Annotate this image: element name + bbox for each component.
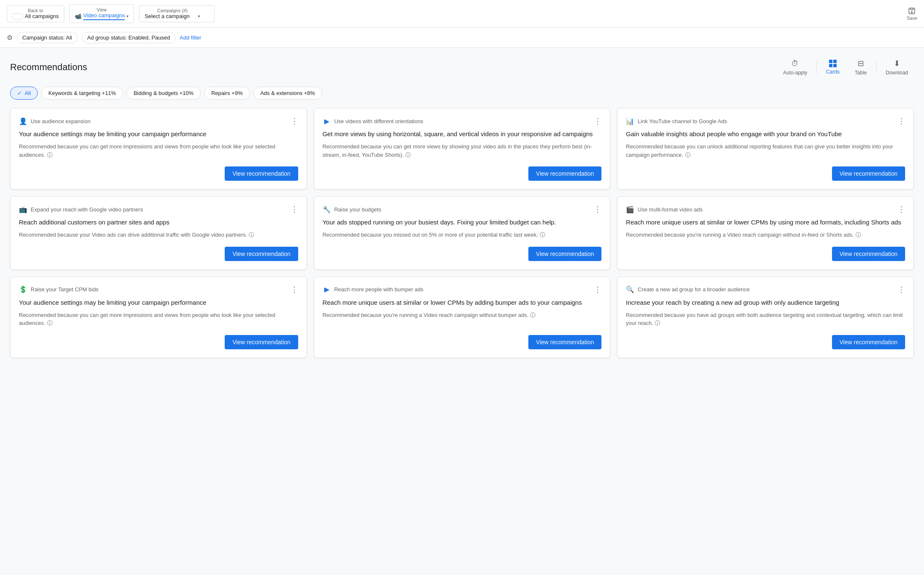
save-button[interactable]: Save [907, 7, 917, 21]
view-video-campaigns-btn[interactable]: View 📹 Video campaigns ▾ [69, 4, 134, 23]
filter-tabs: ✓ All Keywords & targeting +11% Bidding … [10, 87, 914, 100]
recommendations-title: Recommendations [10, 62, 87, 73]
view-recommendation-button[interactable]: View recommendation [832, 166, 905, 181]
table-view-button[interactable]: ⊟ Table [849, 56, 873, 78]
card-youtube-link: 📊 Link YouTube channel to Google Ads ⋮ G… [617, 108, 914, 190]
card-menu-button[interactable]: ⋮ [594, 206, 601, 213]
card-action: View recommendation [323, 335, 602, 349]
info-icon: ⓘ [47, 152, 52, 158]
tab-ads[interactable]: Ads & extensions +8% [253, 87, 322, 100]
view-recommendation-button[interactable]: View recommendation [528, 166, 601, 181]
view-label: View [75, 7, 129, 12]
card-desc: Recommended because you can get more vie… [323, 142, 602, 159]
back-to-all-campaigns-btn[interactable]: Back to All campaigns [7, 5, 64, 22]
budget-icon: 🔧 [323, 205, 331, 214]
card-header: 📊 Link YouTube channel to Google Ads ⋮ [626, 117, 905, 125]
info-icon: ⓘ [856, 232, 861, 238]
add-filter-button[interactable]: Add filter [180, 34, 201, 41]
view-main-label: Video campaigns [83, 12, 125, 20]
card-menu-button[interactable]: ⋮ [898, 286, 905, 293]
ad-group-status-filter[interactable]: Ad group status: Enabled, Paused [82, 32, 176, 43]
info-icon: ⓘ [405, 152, 411, 158]
cards-view-button[interactable]: Cards [820, 57, 845, 77]
card-action: View recommendation [19, 247, 298, 261]
card-action: View recommendation [626, 335, 905, 349]
campaigns-chevron-icon: ▾ [198, 14, 200, 18]
card-menu-button[interactable]: ⋮ [898, 117, 905, 125]
campaign-status-filter[interactable]: Campaign status: All [17, 32, 78, 43]
info-icon: ⓘ [47, 320, 52, 326]
tab-bidding-label: Bidding & budgets +10% [134, 90, 194, 96]
video-orient-icon: ▶ [323, 117, 331, 125]
tab-keywords[interactable]: Keywords & targeting +11% [41, 87, 123, 100]
card-bumper-ads: ▶ Reach more people with bumper ads ⋮ Re… [314, 277, 611, 358]
filter-icon[interactable]: ⚙ [7, 34, 13, 42]
select-campaign-btn[interactable]: Campaigns (#) Select a campaign ▾ [139, 5, 215, 22]
card-action: View recommendation [19, 335, 298, 349]
tab-all[interactable]: ✓ All [10, 87, 38, 100]
rec-tools: ⏱ Auto-apply Cards ⊟ Table ⬇ Downl [777, 56, 914, 78]
card-title: Your audience settings may be limiting y… [19, 298, 298, 307]
view-recommendation-button[interactable]: View recommendation [832, 335, 905, 349]
cards-grid: 👤 Use audience expansion ⋮ Your audience… [10, 108, 914, 358]
multiformat-icon: 🎬 [626, 205, 634, 214]
info-icon: ⓘ [249, 232, 254, 238]
top-nav: Back to All campaigns View 📹 Video campa… [0, 0, 924, 28]
card-target-cpm: 💲 Raise your Target CPM bids ⋮ Your audi… [10, 277, 307, 358]
card-menu-button[interactable]: ⋮ [898, 206, 905, 213]
card-desc: Recommended because you missed out on 5%… [323, 231, 602, 239]
info-icon: ⓘ [530, 312, 536, 318]
tab-bidding[interactable]: Bidding & budgets +10% [126, 87, 201, 100]
view-recommendation-button[interactable]: View recommendation [528, 247, 601, 261]
card-header: 📺 Expand your reach with Google video pa… [19, 205, 298, 214]
card-category-label: Use audience expansion [31, 118, 90, 124]
recommendations-header: Recommendations ⏱ Auto-apply Cards ⊟ Tab… [10, 56, 914, 78]
tab-repairs-label: Repairs +9% [211, 90, 243, 96]
card-menu-button[interactable]: ⋮ [291, 206, 298, 213]
bumper-icon: ▶ [323, 285, 331, 294]
card-menu-button[interactable]: ⋮ [594, 117, 601, 125]
card-desc: Recommended because you can get more imp… [19, 142, 298, 159]
grid-icon [12, 13, 23, 19]
view-recommendation-button[interactable]: View recommendation [528, 335, 601, 349]
youtube-icon: 📊 [626, 117, 634, 125]
auto-apply-icon: ⏱ [791, 59, 799, 68]
back-label: Back to [12, 8, 59, 13]
view-recommendation-button[interactable]: View recommendation [225, 166, 298, 181]
card-category: 💲 Raise your Target CPM bids [19, 285, 99, 294]
card-category: 👤 Use audience expansion [19, 117, 90, 125]
ad-group-icon: 🔍 [626, 285, 634, 294]
auto-apply-label: Auto-apply [783, 70, 807, 76]
card-desc: Recommended because you have ad groups w… [626, 311, 905, 327]
card-header: 🎬 Use multi-format video ads ⋮ [626, 205, 905, 214]
card-menu-button[interactable]: ⋮ [291, 286, 298, 293]
download-icon: ⬇ [894, 59, 900, 68]
card-desc: Recommended because you're running a Vid… [323, 311, 602, 327]
card-video-orientations: ▶ Use videos with different orientations… [314, 108, 611, 190]
card-menu-button[interactable]: ⋮ [594, 286, 601, 293]
chevron-down-icon: ▾ [126, 14, 129, 18]
card-audience-expansion: 👤 Use audience expansion ⋮ Your audience… [10, 108, 307, 190]
card-category-label: Use videos with different orientations [334, 118, 423, 124]
card-action: View recommendation [626, 166, 905, 181]
view-recommendation-button[interactable]: View recommendation [225, 247, 298, 261]
cpm-icon: 💲 [19, 285, 27, 294]
view-recommendation-button[interactable]: View recommendation [225, 335, 298, 349]
card-category: ▶ Use videos with different orientations [323, 117, 423, 125]
download-button[interactable]: ⬇ Download [880, 56, 914, 78]
view-recommendation-button[interactable]: View recommendation [832, 247, 905, 261]
card-menu-button[interactable]: ⋮ [291, 117, 298, 125]
auto-apply-button[interactable]: ⏱ Auto-apply [777, 57, 813, 78]
card-raise-budgets: 🔧 Raise your budgets ⋮ Your ads stopped … [314, 196, 611, 270]
save-icon [908, 7, 916, 15]
video-icon: 📹 [75, 13, 81, 19]
info-icon: ⓘ [540, 232, 545, 238]
card-title: Your ads stopped running on your busiest… [323, 218, 602, 227]
tab-repairs[interactable]: Repairs +9% [204, 87, 250, 100]
table-icon: ⊟ [858, 59, 864, 68]
info-icon: ⓘ [685, 152, 690, 158]
card-title: Reach more unique users at similar or lo… [323, 298, 602, 307]
card-desc: Recommended because your Video ads can d… [19, 231, 298, 239]
card-category: 🎬 Use multi-format video ads [626, 205, 703, 214]
card-action: View recommendation [19, 166, 298, 181]
